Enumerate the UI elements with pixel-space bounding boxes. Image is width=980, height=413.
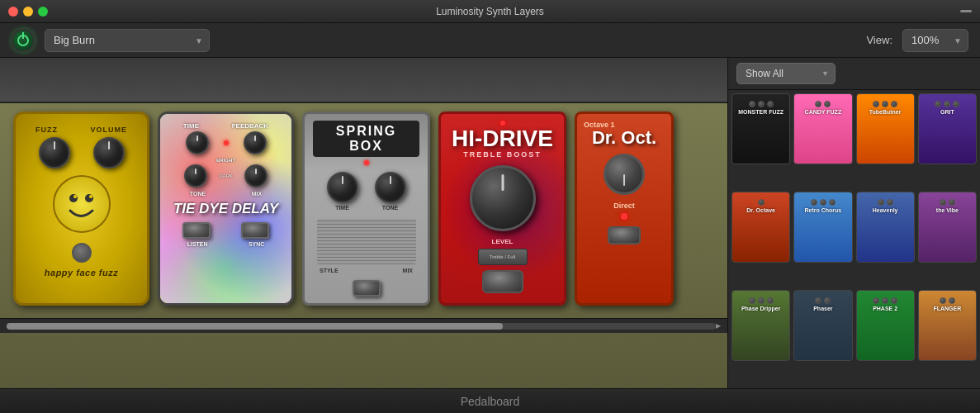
- happy-face-svg: [59, 182, 104, 227]
- tiedye-tone-knob[interactable]: [184, 164, 207, 188]
- happy-face-decoration: [53, 175, 111, 233]
- thumbnail-monster[interactable]: MONSTER FUZZ: [731, 93, 790, 164]
- spring-style-label: STYLE: [320, 268, 339, 273]
- view-select[interactable]: 100%: [902, 29, 968, 52]
- toolbar: Big Burn View: 100%: [0, 23, 980, 58]
- thumb-knob: [940, 199, 946, 206]
- svg-point-0: [69, 194, 78, 202]
- sidebar: Show All MONSTER FUZZ CANDY FUZZ: [728, 58, 980, 388]
- thumbnail-tubeburner[interactable]: TubeButner: [856, 93, 915, 164]
- volume-knob[interactable]: [93, 137, 125, 169]
- tiedye-time-label: TIME: [183, 122, 199, 130]
- thumbnail-phase2[interactable]: PHASE 2: [856, 290, 915, 361]
- pedal-tiedye[interactable]: TIME FEEDBACK BRIGHT DARK: [158, 112, 294, 306]
- thumb-knob: [944, 101, 950, 107]
- svg-point-3: [89, 195, 92, 198]
- sidebar-header: Show All: [728, 58, 980, 90]
- thumb-knob: [815, 101, 821, 107]
- hidrive-switch-text: Treble / Full: [490, 254, 515, 259]
- thumb-knob: [949, 297, 955, 304]
- fuzz-knob1-label: FUZZ: [36, 126, 58, 134]
- tiedye-time-knob[interactable]: [186, 131, 209, 154]
- bottom-bar: Pedalboard: [0, 388, 980, 413]
- tiedye-tone-label: TONE: [190, 191, 206, 197]
- hidrive-level-knob[interactable]: [470, 165, 536, 231]
- pedal-droct[interactable]: Octave 1 Dr. Oct. Direct: [575, 112, 674, 306]
- window-title: Luminosity Synth Layers: [436, 6, 544, 17]
- pedal-fuzz[interactable]: FUZZ VOLUME happy f: [13, 112, 149, 306]
- thumb-knob: [949, 199, 955, 206]
- thumbnail-candy[interactable]: CANDY FUZZ: [793, 93, 852, 164]
- filter-dropdown[interactable]: Show All: [736, 63, 836, 84]
- thumb-candy-title: CANDY FUZZ: [794, 109, 851, 115]
- main-content: FUZZ VOLUME happy f: [0, 58, 980, 388]
- title-bar: Luminosity Synth Layers: [0, 0, 980, 23]
- tiedye-stomp-right[interactable]: [241, 222, 269, 239]
- tiedye-mix-knob[interactable]: [244, 164, 267, 188]
- thumb-vibe-title: the Vibe: [919, 207, 976, 213]
- fuzz-knob[interactable]: [39, 137, 70, 169]
- droct-knob[interactable]: [604, 154, 645, 195]
- filter-select-wrapper: Show All: [736, 63, 836, 84]
- thumb-flanger-title: FLANGER: [919, 306, 976, 311]
- spring-title-plate: SPRING BOX: [313, 121, 419, 157]
- scroll-thumb[interactable]: [7, 323, 503, 330]
- pedal-spring[interactable]: SPRING BOX TIME TONE S: [302, 112, 430, 306]
- pedalboard-area: FUZZ VOLUME happy f: [0, 58, 728, 388]
- pedalboard-label: Pedalboard: [461, 395, 520, 408]
- view-label: View:: [866, 34, 892, 46]
- spring-tone-knob[interactable]: [375, 172, 406, 203]
- thumbnail-droct[interactable]: Dr. Octave: [731, 192, 790, 263]
- svg-point-2: [73, 195, 77, 198]
- thumb-knob: [749, 101, 755, 107]
- maximize-button[interactable]: [38, 7, 48, 17]
- thumb-knob: [758, 101, 765, 107]
- spring-stomp[interactable]: [353, 280, 381, 297]
- thumbnail-grit[interactable]: GRIT: [918, 93, 977, 164]
- hidrive-switch[interactable]: Treble / Full: [478, 249, 528, 265]
- close-button[interactable]: [8, 7, 18, 17]
- power-button[interactable]: [12, 29, 35, 52]
- droct-title: Dr. Oct.: [592, 129, 656, 147]
- thumbnail-phasedripper[interactable]: Phase Dripper: [731, 290, 790, 361]
- spring-time-knob[interactable]: [327, 172, 358, 203]
- hidrive-stomp[interactable]: [482, 270, 523, 293]
- scroll-right-arrow[interactable]: ▶: [716, 322, 721, 330]
- minimize-button[interactable]: [23, 7, 33, 17]
- tiedye-led: [224, 140, 229, 145]
- tiedye-name: TIE DYE DELAY: [173, 202, 278, 217]
- thumb-grit-title: GRIT: [919, 109, 976, 115]
- thumb-knob: [935, 101, 941, 107]
- thumb-knob: [882, 101, 888, 107]
- thumbnail-vibe[interactable]: the Vibe: [918, 192, 977, 263]
- droct-stomp[interactable]: [608, 226, 641, 244]
- thumbnail-heavenly[interactable]: Heavenly: [856, 192, 915, 263]
- fuzz-pedal-name: happy face fuzz: [45, 268, 118, 278]
- hidrive-title: HI-DRIVE: [452, 127, 553, 150]
- thumb-knob: [882, 297, 888, 304]
- thumb-knob: [891, 297, 897, 304]
- thumb-knob: [749, 297, 755, 304]
- pedalboard-scrollbar[interactable]: ▶: [0, 318, 727, 333]
- pedal-hidrive[interactable]: HI-DRIVE TREBLE BOOST LEVEL Treble / Ful…: [438, 112, 566, 306]
- tiedye-stomp-left[interactable]: [182, 222, 211, 239]
- thumb-knob: [815, 297, 821, 304]
- hidrive-subtitle: TREBLE BOOST: [463, 150, 542, 159]
- thumb-phasedripper-title: Phase Dripper: [732, 306, 789, 311]
- thumb-heavenly-title: Heavenly: [857, 207, 914, 213]
- preset-dropdown[interactable]: Big Burn: [45, 29, 210, 52]
- thumbnail-flanger[interactable]: FLANGER: [918, 290, 977, 361]
- thumb-knob: [887, 199, 893, 206]
- collapse-icon[interactable]: [960, 10, 972, 12]
- spring-tone-label: TONE: [382, 205, 398, 211]
- thumbnail-retro[interactable]: Retro Chorus: [793, 192, 852, 263]
- scroll-track[interactable]: [7, 323, 716, 330]
- thumbnail-phaser[interactable]: Phaser: [793, 290, 852, 361]
- thumb-knob: [820, 199, 826, 206]
- tiedye-sync-label: SYNC: [249, 241, 264, 247]
- thumb-knob: [940, 297, 946, 304]
- thumb-knob: [811, 199, 817, 206]
- hidrive-level-label: LEVEL: [492, 238, 514, 245]
- thumb-knob: [891, 101, 897, 107]
- tiedye-feedback-knob[interactable]: [244, 131, 267, 154]
